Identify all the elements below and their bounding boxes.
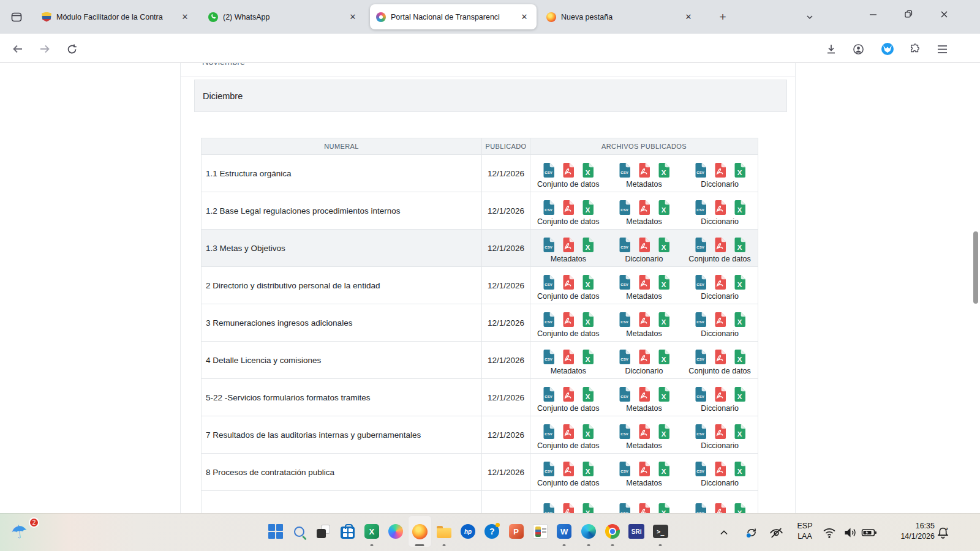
csv-file-icon[interactable]: CSV [542,237,555,253]
menu-button[interactable] [933,40,951,58]
csv-file-icon[interactable]: CSV [618,461,631,477]
xls-file-icon[interactable]: X [581,237,594,253]
xls-file-icon[interactable]: X [581,274,594,290]
csv-file-icon[interactable]: CSV [542,503,555,514]
taskbar-app-gov-app[interactable] [528,515,552,547]
extensions-button[interactable] [907,40,924,58]
minimize-button[interactable] [859,0,887,28]
tab-close-icon[interactable]: ✕ [347,11,359,23]
taskbar-app-search[interactable] [287,515,311,547]
pdf-file-icon[interactable] [638,503,650,514]
language-indicator[interactable]: ESP LAA [791,521,818,542]
notifications-button[interactable]: z [933,523,952,542]
wifi-button[interactable] [821,525,838,541]
pdf-file-icon[interactable] [638,461,650,477]
xls-file-icon[interactable]: X [733,162,746,178]
pdf-file-icon[interactable] [562,237,575,253]
xls-file-icon[interactable]: X [581,162,594,178]
csv-file-icon[interactable]: CSV [694,237,707,253]
extension-fox-button[interactable] [879,40,896,58]
csv-file-icon[interactable]: CSV [618,503,631,514]
xls-file-icon[interactable]: X [733,386,746,402]
xls-file-icon[interactable]: X [733,200,746,216]
volume-button[interactable] [842,525,859,541]
taskbar-app-copilot[interactable] [383,515,407,547]
xls-file-icon[interactable]: X [733,349,746,365]
taskbar-app-task-view[interactable] [312,515,336,547]
pdf-file-icon[interactable] [562,349,575,365]
pdf-file-icon[interactable] [638,274,650,290]
downloads-button[interactable] [823,40,840,58]
taskbar-app-edge[interactable] [576,515,600,547]
xls-file-icon[interactable]: X [657,461,670,477]
csv-file-icon[interactable]: CSV [694,200,707,216]
xls-file-icon[interactable]: X [733,312,746,328]
xls-file-icon[interactable]: X [733,424,746,440]
accordion-item-diciembre[interactable]: Diciembre [194,80,787,112]
forward-button[interactable] [36,40,54,58]
page-scrollbar-thumb[interactable] [973,231,978,304]
taskbar-app-word[interactable]: W [552,515,576,547]
xls-file-icon[interactable]: X [733,274,746,290]
xls-file-icon[interactable]: X [657,312,670,328]
xls-file-icon[interactable]: X [581,424,594,440]
tray-overflow-button[interactable] [715,524,733,541]
csv-file-icon[interactable]: CSV [618,386,631,402]
csv-file-icon[interactable]: CSV [542,312,555,328]
new-tab-button[interactable]: + [713,7,733,27]
pdf-file-icon[interactable] [562,312,575,328]
list-all-tabs-button[interactable] [800,7,820,27]
pdf-file-icon[interactable] [714,162,726,178]
csv-file-icon[interactable]: CSV [618,349,631,365]
pdf-file-icon[interactable] [638,312,650,328]
tab-close-icon[interactable]: ✕ [179,11,191,23]
csv-file-icon[interactable]: CSV [542,274,555,290]
xls-file-icon[interactable]: X [657,237,670,253]
pdf-file-icon[interactable] [638,386,650,402]
pdf-file-icon[interactable] [714,349,726,365]
csv-file-icon[interactable]: CSV [694,461,707,477]
onedrive-sync-button[interactable] [742,523,761,542]
taskbar-app-store[interactable] [336,515,360,547]
xls-file-icon[interactable]: X [657,200,670,216]
accordion-item-noviembre[interactable]: Noviembre [202,63,245,69]
tab-portal-transparencia[interactable]: Portal Nacional de Transparenci ✕ [370,4,537,29]
xls-file-icon[interactable]: X [581,349,594,365]
pdf-file-icon[interactable] [562,424,575,440]
pdf-file-icon[interactable] [562,386,575,402]
pdf-file-icon[interactable] [638,424,650,440]
back-button[interactable] [9,40,27,58]
csv-file-icon[interactable]: CSV [618,274,631,290]
xls-file-icon[interactable]: X [657,274,670,290]
xls-file-icon[interactable]: X [657,162,670,178]
pdf-file-icon[interactable] [562,162,575,178]
pdf-file-icon[interactable] [562,200,575,216]
csv-file-icon[interactable]: CSV [694,503,707,514]
csv-file-icon[interactable]: CSV [618,424,631,440]
taskbar-app-hp[interactable]: hp [456,515,480,547]
csv-file-icon[interactable]: CSV [618,162,631,178]
taskbar-app-powerpoint[interactable]: P [504,515,528,547]
pdf-file-icon[interactable] [714,503,726,514]
csv-file-icon[interactable]: CSV [694,312,707,328]
pdf-file-icon[interactable] [562,503,575,514]
csv-file-icon[interactable]: CSV [542,349,555,365]
restore-button[interactable] [894,0,922,28]
battery-button[interactable] [860,525,878,540]
xls-file-icon[interactable]: X [581,312,594,328]
reload-button[interactable] [62,40,81,58]
csv-file-icon[interactable]: CSV [694,349,707,365]
pdf-file-icon[interactable] [638,162,650,178]
tab-modulo-facilitador[interactable]: Módulo Facilitador de la Contra ✕ [36,4,197,29]
firefox-view-button[interactable] [7,8,26,26]
tab-close-icon[interactable]: ✕ [518,11,530,23]
xls-file-icon[interactable]: X [581,503,594,514]
pdf-file-icon[interactable] [714,424,726,440]
xls-file-icon[interactable]: X [657,503,670,514]
taskbar-app-explorer[interactable] [432,515,456,547]
xls-file-icon[interactable]: X [733,461,746,477]
pdf-file-icon[interactable] [638,349,650,365]
pdf-file-icon[interactable] [714,274,726,290]
account-button[interactable] [850,40,867,58]
csv-file-icon[interactable]: CSV [542,200,555,216]
